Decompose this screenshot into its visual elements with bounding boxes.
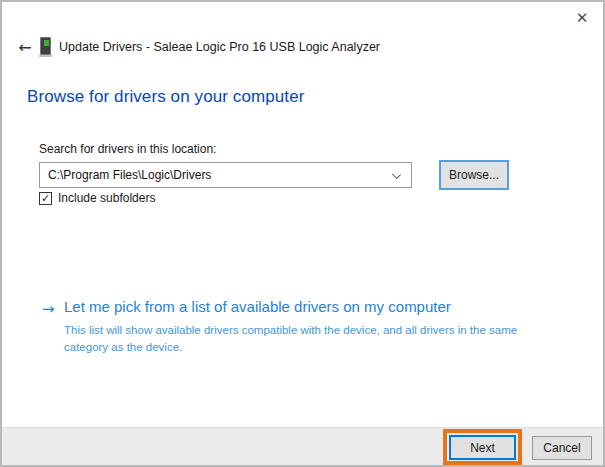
update-drivers-dialog: ✕ ← Update Drivers - Saleae Logic Pro 16… (0, 0, 605, 467)
pick-from-list-command-link[interactable]: → Let me pick from a list of available d… (42, 298, 542, 355)
close-icon[interactable]: ✕ (569, 6, 595, 30)
include-subfolders-label[interactable]: Include subfolders (58, 191, 155, 205)
search-location-label: Search for drivers in this location: (39, 142, 216, 156)
device-icon-led (44, 40, 49, 46)
window-title: Update Drivers - Saleae Logic Pro 16 USB… (59, 40, 380, 54)
include-subfolders-checkbox[interactable]: ✓ (39, 192, 52, 205)
browse-button[interactable]: Browse... (439, 160, 509, 190)
back-arrow-icon[interactable]: ← (12, 36, 38, 58)
next-button[interactable]: Next (449, 435, 516, 460)
pick-from-list-description: This list will show available drivers co… (64, 322, 532, 355)
right-arrow-icon: → (42, 300, 55, 318)
page-heading: Browse for drivers on your computer (27, 87, 305, 107)
driver-location-combobox[interactable]: C:\Program Files\Logic\Drivers (39, 162, 412, 188)
device-icon (39, 37, 52, 57)
cancel-button[interactable]: Cancel (532, 436, 592, 460)
pick-from-list-title: Let me pick from a list of available dri… (64, 298, 542, 315)
device-icon-base (39, 55, 52, 57)
device-icon-body (40, 37, 51, 55)
driver-location-value: C:\Program Files\Logic\Drivers (48, 168, 211, 182)
include-subfolders-row: ✓ Include subfolders (39, 191, 155, 205)
chevron-down-icon[interactable] (392, 170, 401, 179)
